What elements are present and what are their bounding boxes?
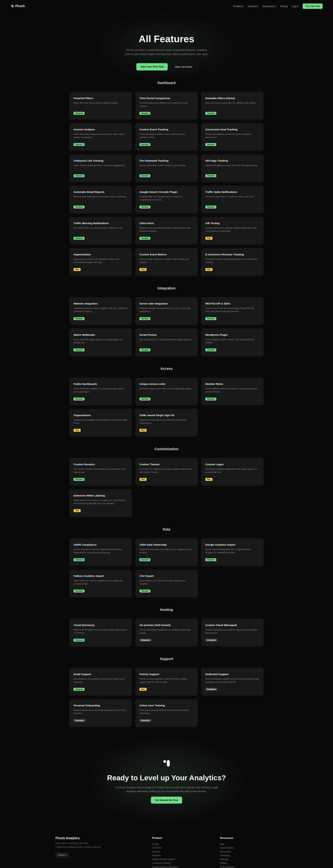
footer-link[interactable]: Glossary <box>220 858 277 861</box>
card-desc: Receive priority assistance from the Pir… <box>139 677 194 685</box>
footer-link[interactable]: Google Analytics Alternative <box>152 865 209 868</box>
footer-link[interactable]: Live Demo <box>152 846 209 850</box>
feature-card[interactable]: Client HintsReceive more accurate inform… <box>135 217 198 245</box>
footer-link[interactable]: UTM Generator <box>220 865 277 868</box>
hero-subtitle: Pirsch provides a comprehensive range of… <box>123 48 210 56</box>
tier-badge: Standard <box>73 143 85 146</box>
svg-rect-1 <box>12 5 13 7</box>
feature-card[interactable]: 404 Page TrackingIdentify and address br… <box>201 154 264 182</box>
card-title: Traffic Warning Notifications <box>73 222 128 225</box>
footer-link[interactable]: Pricing <box>152 842 209 846</box>
language-select[interactable]: English ▾ <box>56 852 68 858</box>
feature-card[interactable]: OrganizationsOrganize and manage multipl… <box>69 409 132 437</box>
footer-brand: Pirsch Analytics Made with ♥ in Hamburg,… <box>56 836 142 868</box>
tier-badge: Standard <box>139 348 151 351</box>
section-title: Hosting <box>69 608 264 612</box>
nav-product[interactable]: Product ▾ <box>233 5 243 8</box>
feature-card[interactable]: Email SupportGet assistance and guidance… <box>69 668 132 695</box>
feature-card[interactable]: SegmentationSegment your audience for ta… <box>69 248 132 276</box>
footer-link[interactable]: API & SDKs <box>220 850 277 854</box>
get-started-button[interactable]: Get Started for Free <box>151 797 182 804</box>
tier-badge: Enterprise <box>205 688 217 691</box>
card-desc: Monitor and optimize conversion goals to… <box>205 133 260 140</box>
card-desc: Define custom metrics for in-depth event… <box>139 258 194 265</box>
footer: Pirsch Analytics Made with ♥ in Hamburg,… <box>45 823 288 868</box>
footer-link[interactable]: Documentation <box>220 846 277 850</box>
feature-card[interactable]: Google Search Console PluginIntegrate da… <box>135 186 198 213</box>
card-title: Client Hints <box>139 222 194 225</box>
nav-resources[interactable]: Resources ▾ <box>262 5 276 8</box>
footer-link[interactable]: Changelog <box>220 854 277 858</box>
card-desc: Book online training sessions to maximiz… <box>139 709 194 716</box>
feature-card[interactable]: Fathom Analytics ImportImport data from … <box>69 569 132 597</box>
feature-card[interactable]: Custom ThemesCustomize the appearance of… <box>135 458 198 486</box>
feature-card[interactable]: Website IntegrationSeamlessly integrate … <box>69 297 132 325</box>
tier-badge: Plus <box>73 268 81 271</box>
feature-card[interactable]: Cloud (Germany)Host Pirsch Analytics on … <box>69 619 132 647</box>
nav-pricing[interactable]: Pricing <box>280 5 288 8</box>
card-desc: Assign different roles to members for cu… <box>205 387 260 395</box>
nav-solution[interactable]: Solution ▾ <box>248 5 258 8</box>
feature-card[interactable]: Custom Event TrackingTrack and analyze c… <box>135 123 198 151</box>
feature-card[interactable]: Powerful FiltersEasily filter your data … <box>69 92 132 120</box>
footer-link[interactable]: Features <box>152 850 209 854</box>
feature-card[interactable]: Unique Access LinksGenerate unique acces… <box>135 378 198 405</box>
footer-link[interactable]: Affiliate <box>220 861 277 865</box>
tier-badge: Standard <box>73 590 85 592</box>
feature-card[interactable]: Custom Event MetricsDefine custom metric… <box>135 248 198 276</box>
feature-card[interactable]: Server-side IntegrationIntegrate analyti… <box>135 297 198 325</box>
section-title: Access <box>69 367 264 371</box>
feature-card[interactable]: Priority SupportReceive priority assista… <box>135 668 198 695</box>
feature-card[interactable]: 100% Data OwnershipRetain full ownership… <box>135 538 198 566</box>
footer-link[interactable]: Privacy-friendly Analytics <box>152 858 209 861</box>
feature-card[interactable]: Time Period ComparisonCompare data acros… <box>135 92 198 120</box>
feature-card[interactable]: CSV ExportExport data to CSV format for … <box>135 569 198 597</box>
feature-card[interactable]: Public DashboardsShare dashboards public… <box>69 378 132 405</box>
feature-card[interactable]: Personal OnboardingReceive one-on-one on… <box>69 699 132 727</box>
feature-card[interactable]: RESTful API & SDKsAccess Pirsch data and… <box>201 297 264 325</box>
footer-link[interactable]: Websites <box>152 854 209 858</box>
feature-card[interactable]: GDPR ComplianceEnsure compliance with th… <box>69 538 132 566</box>
nav-login[interactable]: Log In <box>292 5 298 8</box>
feature-card[interactable]: SAML-based Single Sign-OnImplement singl… <box>135 409 198 437</box>
live-demo-button[interactable]: View Live Demo <box>170 63 197 70</box>
feature-card[interactable]: Conversion Goal TrackingMonitor and opti… <box>201 123 264 151</box>
feature-card[interactable]: File Download TrackingMonitor downloads … <box>135 154 198 182</box>
feature-card[interactable]: Session AnalysisLearn more about individ… <box>69 123 132 151</box>
card-title: Organizations <box>73 414 128 416</box>
card-title: On-premise (Self-hosted) <box>139 624 194 626</box>
feature-card[interactable]: On-premise (Self-hosted)Opt for self-hos… <box>135 619 198 647</box>
feature-card[interactable]: Custom Cloud (Managed)Choose managed clo… <box>201 619 264 647</box>
footer-link[interactable]: Blog <box>220 842 277 846</box>
footer-product-title: Product <box>152 836 209 839</box>
header-cta-button[interactable]: Try It for Free <box>303 3 323 9</box>
feature-card[interactable]: Saveable Filters (Views)Save and reuse c… <box>201 92 264 120</box>
card-desc: Share dashboards publicly for transparen… <box>73 387 128 395</box>
feature-card[interactable]: Member RolesAssign different roles to me… <box>201 378 264 405</box>
logo[interactable]: Pirsch <box>10 4 25 8</box>
feature-card[interactable]: Traffic Spike NotificationsGet alerts wh… <box>201 186 264 213</box>
start-trial-button[interactable]: Start Your Free Trial <box>136 63 168 70</box>
feature-card[interactable]: Outbound Link TrackingTrack clicks on ou… <box>69 154 132 182</box>
feature-card[interactable]: Script ProxiesUse script proxies for sec… <box>135 329 198 356</box>
feature-card[interactable]: Traffic Warning NotificationsBe notified… <box>69 217 132 245</box>
feature-card[interactable]: Wordpress PluginEasily integrate Pirsch … <box>201 329 264 356</box>
feature-card[interactable]: Native WebhooksSet up real-time trigger … <box>69 329 132 356</box>
footer-brand-name: Pirsch Analytics <box>56 836 142 840</box>
feature-card[interactable]: E-commerce Revenue TrackingTrack and ana… <box>201 248 264 276</box>
tier-badge: Standard <box>73 317 85 320</box>
feature-card[interactable]: Custom LogosBrand your analytics dashboa… <box>201 458 264 486</box>
feature-card[interactable]: Extensive White LabelingWhite-label Pirs… <box>69 489 132 517</box>
card-desc: Track and analyze custom events, tailore… <box>139 133 194 140</box>
card-title: Custom Event Metrics <box>139 253 194 256</box>
feature-card[interactable]: Dedicated SupportAccess dedicated suppor… <box>201 668 264 695</box>
card-desc: Segment your audience for targeted analy… <box>73 258 128 265</box>
card-title: Google Analytics Import <box>205 543 260 546</box>
feature-card[interactable]: Custom DomainsUse custom domains for bra… <box>69 458 132 486</box>
feature-card[interactable]: Online User TrainingBook online training… <box>135 699 198 727</box>
footer-made-in: Made with ♥ in Hamburg, Germany <box>56 842 142 844</box>
feature-card[interactable]: A/B TestingConduct A/B tests to optimize… <box>201 217 264 245</box>
footer-link[interactable]: Cookieless Tracking <box>152 861 209 865</box>
feature-card[interactable]: Automatic Email ReportsReceive automated… <box>69 186 132 213</box>
feature-card[interactable]: Google Analytics ImportEasily import exi… <box>201 538 264 566</box>
